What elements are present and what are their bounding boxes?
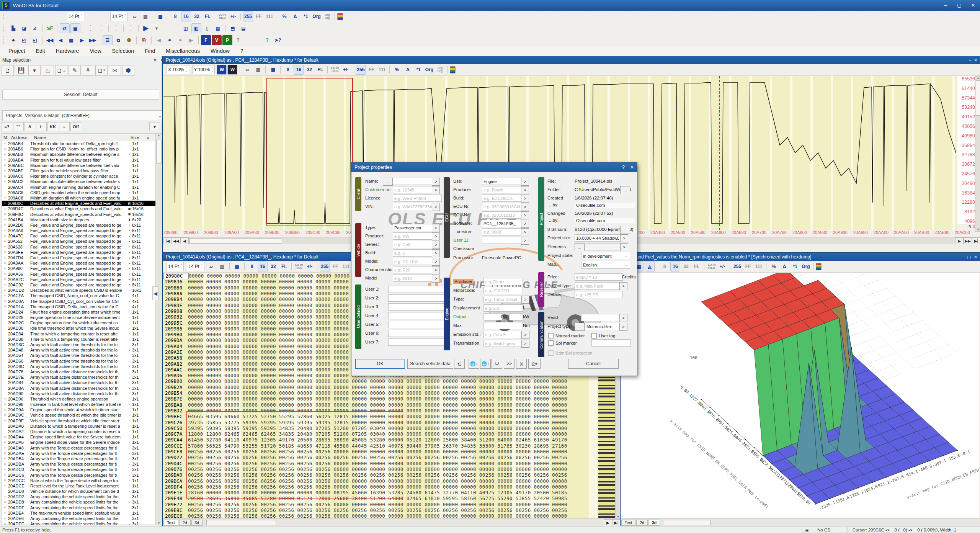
- Reset level for the Urea Tank Level inducement[interactable]: 20ADCE Reset level for the Urea Tank Lev…: [2, 483, 156, 489]
- equalizer-icon[interactable]: ▥: [140, 11, 150, 21]
- menu-item[interactable]: Edit: [31, 47, 51, 55]
- read-input[interactable]: [581, 314, 621, 321]
- print-icon[interactable]: ⎙▾: [528, 359, 541, 369]
- paste-folder-icon[interactable]: 🗀: [42, 65, 54, 76]
- dock-icon[interactable]: ▫: [969, 58, 971, 63]
- view-32bit-icon[interactable]: 32: [681, 262, 691, 271]
- layout-cascade-icon[interactable]: ◫: [181, 23, 191, 33]
- spin-b-icon[interactable]: ⌃ ⌄: [96, 23, 106, 33]
- hex-row[interactable]: 209B54 00000 00000 00000 00000 00000 000…: [163, 390, 598, 396]
- layout-horizontal-icon[interactable]: ▯: [202, 23, 212, 33]
- Fuel_value and Engine_speed are mapped to ge[interactable]: 20A3A6 Fuel_value and Engine_speed are m…: [2, 228, 156, 233]
- ecu-build-button[interactable]: >: [521, 195, 529, 203]
- vehicle-series-button[interactable]: >: [432, 241, 440, 249]
- The mapped CSID_Cyl_cool_corr value for CSI[interactable]: 20AD0A The mapped CSID_Cyl_cool_corr val…: [2, 298, 156, 304]
- Measured tooth size in degrees[interactable]: 20A1BA Measured tooth size in degrees ▮ …: [2, 217, 156, 222]
- scroll-right-icon[interactable]: ▶: [604, 519, 612, 526]
- engine-transmission-button[interactable]: >: [521, 340, 529, 348]
- traffic-light-icon[interactable]: [450, 66, 456, 74]
- ecu-nr2-input[interactable]: [482, 211, 523, 219]
- Fuel_value and Engine_speed are mapped to ge[interactable]: 20A6FE Fuel_value and Engine_speed are m…: [2, 250, 156, 255]
- equalizer-icon[interactable]: ▥: [217, 262, 227, 271]
- Filter time constant for cylinder to cylinder acce[interactable]: 209AC0 Filter time constant for cylinder…: [2, 173, 156, 179]
- Array with fault active distance thresholds for th[interactable]: 20AD8A Array with fault active distance …: [2, 385, 156, 391]
- user-field-input[interactable]: [388, 330, 449, 337]
- details-input[interactable]: [575, 291, 623, 298]
- Array with the Torque derate percentages for tl[interactable]: 20ADC6 Array with the Torque derate perc…: [2, 472, 156, 477]
- close-icon[interactable]: ✕: [630, 165, 634, 170]
- byte-order-icon[interactable]: LO HI HILO: [330, 65, 340, 75]
- view-tab[interactable]: 2d: [636, 520, 648, 526]
- context-help-icon[interactable]: ➤?: [273, 35, 283, 45]
- engine-type-button[interactable]: >: [521, 296, 529, 304]
- hex-view-icon[interactable]: FF: [366, 65, 376, 75]
- projects-dropdown[interactable]: Projects, Versions & Maps: (Ctrl+Shift+F…: [2, 110, 165, 121]
- vehicle-build-button[interactable]: >: [432, 249, 440, 257]
- wizard-car-icon[interactable]: ⊿: [30, 23, 40, 33]
- vehicle-build-input[interactable]: [393, 249, 433, 257]
- view-tab[interactable]: Text: [163, 520, 178, 526]
- comment-icon[interactable]: 🗨: [492, 359, 502, 369]
- checksum-button[interactable]: ...: [620, 226, 630, 234]
- binary-view-icon[interactable]: 111: [341, 262, 351, 271]
- Array containing the vehicle speed limits for the[interactable]: 20ADDE Array containing the vehicle spee…: [2, 505, 156, 510]
- delta-icon[interactable]: Δ: [290, 11, 300, 21]
- menu-item[interactable]: Selection: [107, 47, 140, 55]
- Rate at which the Torque derate will change fro[interactable]: 20ADCC Rate at which the Torque derate w…: [2, 478, 156, 483]
- filter-equal-icon[interactable]: =?: [2, 122, 12, 131]
- scroll-end-icon[interactable]: ▶|: [612, 519, 621, 526]
- view-tab[interactable]: 3d: [648, 520, 660, 526]
- Array with the Torque derate percentages for tl[interactable]: 20ADC0 Array with the Torque derate perc…: [2, 467, 156, 472]
- layout-tile-icon[interactable]: ◧: [191, 23, 201, 33]
- Engine speed limit value for the Severe inducem[interactable]: 20ADA4 Engine speed limit value for the …: [2, 434, 156, 440]
- Fuel_value and Engine_speed are mapped to ge[interactable]: 20A552 Fuel_value and Engine_speed are m…: [2, 239, 156, 244]
- Array with fault active time thresholds for the lo[interactable]: 20AD54 Array with fault active time thre…: [2, 353, 156, 358]
- decimal-view-icon[interactable]: 255: [356, 65, 366, 75]
- Fuel_value and Engine_speed are mapped to ge[interactable]: 20AB2C Fuel_value and Engine_speed are m…: [2, 277, 156, 282]
- panel-collapse-icon[interactable]: ◀: [152, 286, 158, 300]
- percent-icon[interactable]: %: [769, 262, 779, 271]
- Array with fault active distance thresholds for th[interactable]: 20AD7E Array with fault active distance …: [2, 374, 156, 380]
- vehicle-type-button[interactable]: >: [432, 224, 440, 232]
- Filter gain for vehicle speed low pass filter[interactable]: 209ABE Filter gain for vehicle speed low…: [2, 168, 156, 173]
- filter-v-icon[interactable]: V: [212, 35, 222, 45]
- menu-item[interactable]: Miscellaneous: [160, 47, 205, 55]
- project-list-icon[interactable]: ⛃: [124, 35, 134, 45]
- Time to which a tampering counter is reset afte[interactable]: 20AD38 Time to which a tampering counter…: [2, 337, 156, 342]
- decimal-view-icon[interactable]: 255: [243, 11, 253, 21]
- Minimum engine running duration for enabling C[interactable]: 209AC4 Minimum engine running duration f…: [2, 185, 156, 190]
- help-icon[interactable]: ?: [622, 165, 625, 170]
- percent-icon[interactable]: %: [392, 65, 402, 75]
- cancel-button[interactable]: Cancel: [568, 359, 619, 369]
- vehicle-series-input[interactable]: [393, 241, 433, 248]
- Maximum absolute difference between engine s[interactable]: 209AB8 Maximum absolute difference betwe…: [2, 152, 156, 157]
- last-map-icon[interactable]: ▶▶: [88, 35, 98, 45]
- view-16bit-icon[interactable]: 16: [181, 11, 191, 21]
- minimize-icon[interactable]: ─: [939, 1, 952, 10]
- binary-view-icon[interactable]: 111: [754, 262, 764, 271]
- search-forward-icon[interactable]: ▶: [186, 35, 196, 45]
- client-name-input[interactable]: [393, 178, 433, 185]
- mail-icon[interactable]: ✉: [109, 65, 121, 76]
- hex-view-icon[interactable]: FF: [743, 262, 753, 271]
- vehicle-characteristic-input[interactable]: [393, 266, 433, 273]
- elements-button[interactable]: >: [620, 243, 628, 251]
- Filter gain for fuel value low pass filter[interactable]: 209ABA Filter gain for fuel value low pa…: [2, 157, 156, 163]
- filter-f-icon[interactable]: F: [201, 35, 211, 45]
- filter-menu-icon[interactable]: ▼: [149, 122, 160, 131]
- decimal-view-icon[interactable]: 255: [320, 262, 330, 271]
- traffic-light-icon[interactable]: [337, 13, 343, 20]
- original-icon[interactable]: Org: [801, 262, 811, 271]
- scroll-right-icon[interactable]: ▶: [955, 237, 964, 244]
- vehicle-characteristic-button[interactable]: >: [432, 266, 440, 274]
- search-vehicle-data-button[interactable]: Search vehicle data: [407, 359, 453, 369]
- hex-row[interactable]: 209E9C 00256 00256 00256 00256 00256 002…: [163, 507, 598, 513]
- ecu-software-input[interactable]: [482, 220, 523, 227]
- hexgrid-icon[interactable]: ▦: [268, 65, 278, 75]
- Fuel_value and Engine_speed are mapped to ge[interactable]: 20A980 Fuel_value and Engine_speed are m…: [2, 266, 156, 271]
- layout-vertical-icon[interactable]: ▤: [213, 23, 223, 33]
- map-language-select[interactable]: English⌄: [581, 261, 630, 269]
- vehicle-type-input[interactable]: [393, 224, 433, 231]
- menu-item[interactable]: Project: [3, 47, 31, 55]
- Array with fault active time thresholds for the lo[interactable]: 20AD6C Array with fault active time thre…: [2, 364, 156, 369]
